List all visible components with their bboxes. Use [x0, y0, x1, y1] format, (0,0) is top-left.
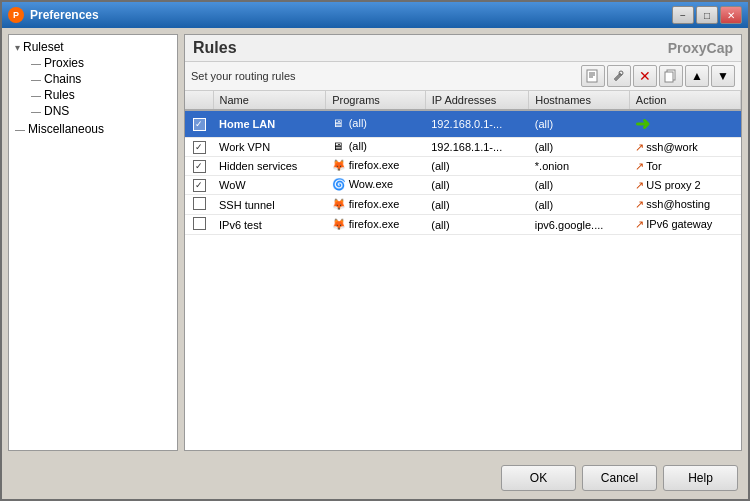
row-hostname: (all)	[529, 138, 630, 157]
row-hostname: ipv6.google....	[529, 215, 630, 235]
row-checkbox[interactable]	[193, 118, 206, 131]
panel-header: Rules ProxyCap	[185, 35, 741, 62]
sidebar-label: DNS	[44, 104, 69, 118]
row-program: 🖥(all)	[326, 138, 426, 157]
proxy-icon: ↗	[635, 160, 644, 172]
move-down-button[interactable]: ▼	[711, 65, 735, 87]
row-checkbox-cell[interactable]	[185, 176, 213, 195]
table-row[interactable]: Hidden services🦊firefox.exe(all)*.onion↗…	[185, 157, 741, 176]
row-checkbox[interactable]	[193, 217, 206, 230]
delete-rule-button[interactable]: ✕	[633, 65, 657, 87]
table-row[interactable]: Home LAN🖥(all)192.168.0.1-...(all)➜	[185, 110, 741, 138]
col-name: Name	[213, 91, 326, 110]
table-row[interactable]: WoW🌀Wow.exe(all)(all)↗US proxy 2	[185, 176, 741, 195]
row-action: ↗IPv6 gateway	[629, 215, 740, 235]
row-program: 🦊firefox.exe	[326, 195, 426, 215]
col-action: Action	[629, 91, 740, 110]
row-ip: (all)	[425, 176, 529, 195]
row-action: ↗ssh@work	[629, 138, 740, 157]
row-checkbox[interactable]	[193, 197, 206, 210]
row-hostname: *.onion	[529, 157, 630, 176]
col-programs: Programs	[326, 91, 426, 110]
tree-line: —	[31, 106, 41, 117]
row-hostname: (all)	[529, 195, 630, 215]
row-checkbox[interactable]	[193, 160, 206, 173]
row-checkbox-cell[interactable]	[185, 195, 213, 215]
row-checkbox-cell[interactable]	[185, 215, 213, 235]
preferences-window: P Preferences − □ ✕ ▾ Ruleset — Proxies …	[0, 0, 750, 501]
program-icon: 🖥	[332, 117, 346, 131]
row-hostname: (all)	[529, 110, 630, 138]
row-checkbox-cell[interactable]	[185, 138, 213, 157]
sidebar-item-ruleset[interactable]: ▾ Ruleset	[13, 39, 173, 55]
program-icon: 🌀	[332, 178, 346, 192]
sidebar-item-misc[interactable]: — Miscellaneous	[13, 121, 173, 137]
row-program: 🦊firefox.exe	[326, 157, 426, 176]
table-row[interactable]: IPv6 test🦊firefox.exe(all)ipv6.google...…	[185, 215, 741, 235]
brand-label: ProxyCap	[668, 40, 733, 56]
minimize-button[interactable]: −	[672, 6, 694, 24]
maximize-button[interactable]: □	[696, 6, 718, 24]
row-checkbox[interactable]	[193, 179, 206, 192]
program-icon: 🖥	[332, 140, 346, 154]
cancel-button[interactable]: Cancel	[582, 465, 657, 491]
row-action: ↗ssh@hosting	[629, 195, 740, 215]
row-action: ↗Tor	[629, 157, 740, 176]
col-ip: IP Addresses	[425, 91, 529, 110]
titlebar: P Preferences − □ ✕	[2, 2, 748, 28]
help-button[interactable]: Help	[663, 465, 738, 491]
row-ip: 192.168.1.1-...	[425, 138, 529, 157]
row-checkbox-cell[interactable]	[185, 157, 213, 176]
row-name: WoW	[213, 176, 326, 195]
sidebar: ▾ Ruleset — Proxies — Chains — Rules — D…	[8, 34, 178, 451]
row-program: 🖥(all)	[326, 110, 426, 138]
sidebar-label: Miscellaneous	[28, 122, 104, 136]
row-ip: (all)	[425, 195, 529, 215]
edit-rule-button[interactable]	[607, 65, 631, 87]
row-action: ➜	[629, 110, 740, 138]
new-icon	[586, 69, 600, 83]
sidebar-item-proxies[interactable]: — Proxies	[13, 55, 173, 71]
panel-title: Rules	[193, 39, 668, 57]
window-controls: − □ ✕	[672, 6, 742, 24]
sidebar-item-chains[interactable]: — Chains	[13, 71, 173, 87]
program-icon: 🦊	[332, 218, 346, 232]
row-ip: (all)	[425, 157, 529, 176]
proxy-icon: ↗	[635, 141, 644, 153]
main-content: ▾ Ruleset — Proxies — Chains — Rules — D…	[2, 28, 748, 457]
sidebar-label: Chains	[44, 72, 81, 86]
tree-line: —	[31, 90, 41, 101]
row-checkbox-cell[interactable]	[185, 110, 213, 138]
bottom-bar: OK Cancel Help	[2, 457, 748, 499]
table-row[interactable]: SSH tunnel🦊firefox.exe(all)(all)↗ssh@hos…	[185, 195, 741, 215]
row-name: Work VPN	[213, 138, 326, 157]
row-ip: 192.168.0.1-...	[425, 110, 529, 138]
wrench-icon	[612, 69, 626, 83]
row-checkbox[interactable]	[193, 141, 206, 154]
sidebar-item-dns[interactable]: — DNS	[13, 103, 173, 119]
rules-table: Name Programs IP Addresses Hostnames Act…	[185, 91, 741, 450]
action-arrow-icon: ➜	[635, 114, 650, 134]
sidebar-item-rules[interactable]: — Rules	[13, 87, 173, 103]
tree-line: —	[31, 58, 41, 69]
row-name: Home LAN	[213, 110, 326, 138]
tree-line: —	[15, 124, 25, 135]
sidebar-label: Ruleset	[23, 40, 64, 54]
copy-rule-button[interactable]	[659, 65, 683, 87]
program-icon: 🦊	[332, 198, 346, 212]
move-up-button[interactable]: ▲	[685, 65, 709, 87]
svg-rect-0	[587, 70, 597, 82]
svg-rect-6	[665, 72, 673, 82]
row-hostname: (all)	[529, 176, 630, 195]
tree-line: —	[31, 74, 41, 85]
table-row[interactable]: Work VPN🖥(all)192.168.1.1-...(all)↗ssh@w…	[185, 138, 741, 157]
row-name: IPv6 test	[213, 215, 326, 235]
new-rule-button[interactable]	[581, 65, 605, 87]
ok-button[interactable]: OK	[501, 465, 576, 491]
row-name: SSH tunnel	[213, 195, 326, 215]
close-button[interactable]: ✕	[720, 6, 742, 24]
sidebar-label: Rules	[44, 88, 75, 102]
row-program: 🦊firefox.exe	[326, 215, 426, 235]
proxy-icon: ↗	[635, 218, 644, 230]
toolbar: Set your routing rules ✕	[185, 62, 741, 91]
